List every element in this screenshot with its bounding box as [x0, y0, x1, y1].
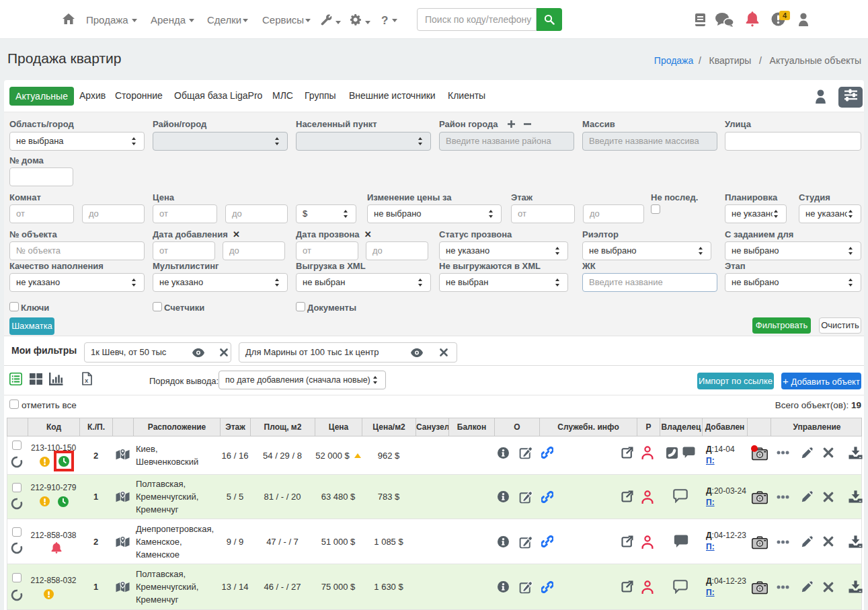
svg-text:x: x	[85, 377, 89, 384]
